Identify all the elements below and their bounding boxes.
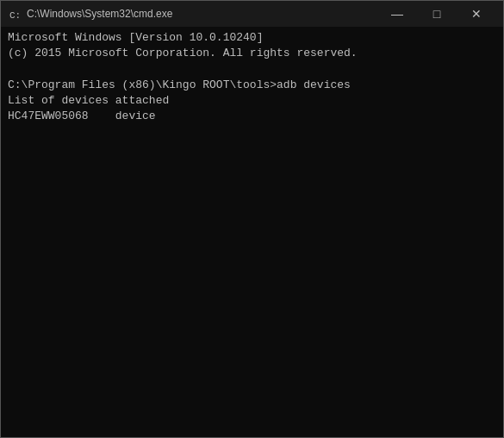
console-line	[8, 407, 496, 422]
maximize-button[interactable]: □	[417, 1, 457, 27]
console-output: Microsoft Windows [Version 10.0.10240](c…	[8, 30, 496, 422]
cmd-icon: C:\	[8, 7, 22, 21]
console-line	[8, 344, 496, 360]
window-title: C:\Windows\System32\cmd.exe	[27, 8, 377, 20]
title-bar: C:\ C:\Windows\System32\cmd.exe — □ ✕	[1, 1, 503, 27]
minimize-button[interactable]: —	[377, 1, 417, 27]
cmd-window: C:\ C:\Windows\System32\cmd.exe — □ ✕ Mi…	[0, 0, 504, 438]
svg-text:C:\: C:\	[9, 10, 22, 21]
console-area[interactable]: Microsoft Windows [Version 10.0.10240](c…	[1, 27, 503, 437]
console-line	[8, 234, 496, 249]
console-line: Microsoft Windows [Version 10.0.10240]	[8, 30, 496, 46]
console-line	[8, 391, 496, 406]
console-line	[8, 156, 496, 172]
window-controls: — □ ✕	[377, 1, 496, 27]
console-line	[8, 187, 496, 203]
console-line: List of devices attached	[8, 93, 496, 109]
console-line: HC47EWW05068 device	[8, 109, 496, 124]
console-line	[8, 281, 496, 297]
console-line	[8, 218, 496, 234]
console-line: (c) 2015 Microsoft Corporation. All righ…	[8, 46, 496, 61]
console-line: C:\Program Files (x86)\Kingo ROOT\tools>…	[8, 78, 496, 93]
console-line	[8, 203, 496, 218]
console-line	[8, 297, 496, 312]
console-line	[8, 328, 496, 344]
console-line	[8, 360, 496, 375]
console-line	[8, 266, 496, 281]
console-line	[8, 61, 496, 77]
console-line	[8, 172, 496, 187]
console-line	[8, 375, 496, 391]
console-line	[8, 140, 496, 155]
console-line	[8, 250, 496, 266]
console-line	[8, 124, 496, 140]
close-button[interactable]: ✕	[457, 1, 496, 27]
console-line	[8, 312, 496, 328]
